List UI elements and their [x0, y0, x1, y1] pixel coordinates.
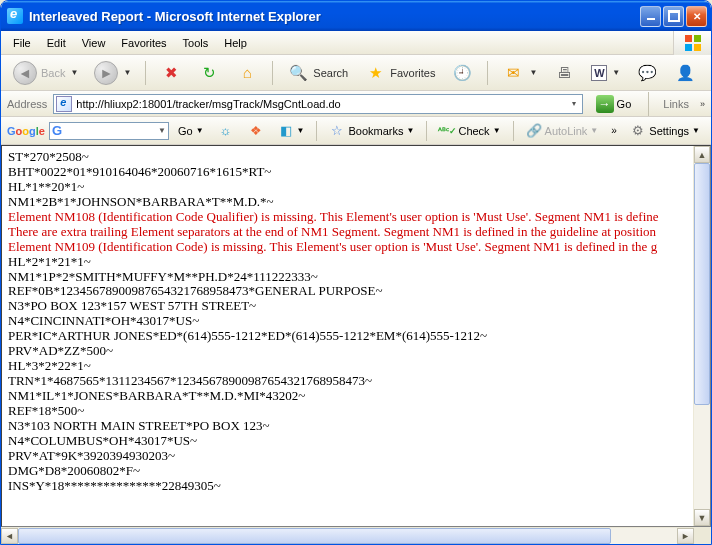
google-go-button[interactable]: Go ▼	[173, 123, 209, 139]
dropdown-icon: ▼	[297, 126, 305, 135]
google-toolbar: Google G ▼ Go ▼ ☼ ❖ ◧▼ ☆ Bookmarks ▼ ᴬᴮᶜ…	[1, 117, 711, 145]
autolink-icon: 🔗	[526, 123, 542, 139]
minimize-button[interactable]	[640, 6, 661, 27]
report-line: There are extra trailing Element separat…	[8, 225, 687, 240]
discuss-button[interactable]: 💬	[630, 58, 664, 88]
google-separator	[316, 121, 317, 141]
maximize-button[interactable]	[663, 6, 684, 27]
history-icon: 🕘	[451, 62, 473, 84]
mail-icon: ✉	[502, 62, 524, 84]
forward-arrow-icon: ►	[94, 61, 118, 85]
google-more-button[interactable]: »	[607, 125, 621, 136]
bookmark-star-icon: ☆	[329, 123, 345, 139]
svg-rect-1	[694, 35, 701, 42]
home-icon: ⌂	[236, 62, 258, 84]
google-logo[interactable]: Google	[7, 125, 45, 137]
google-check-button[interactable]: ᴬᴮᶜ✓ Check ▼	[434, 121, 505, 141]
content-area: ST*270*2508~BHT*0022*01*910164046*200607…	[1, 145, 711, 527]
report-line: HL*1**20*1~	[8, 180, 687, 195]
search-label: Search	[313, 67, 348, 79]
google-btn-2[interactable]: ❖	[243, 121, 269, 141]
google-btn-1[interactable]: ☼	[213, 121, 239, 141]
report-line: TRN*1*4687565*1311234567*123456789009876…	[8, 374, 687, 389]
scroll-track[interactable]	[694, 163, 710, 509]
google-autolink-button[interactable]: 🔗 AutoLink ▼	[521, 121, 604, 141]
back-button[interactable]: ◄ Back ▼	[7, 57, 84, 89]
scroll-corner	[694, 528, 711, 544]
menu-bar: File Edit View Favorites Tools Help	[1, 31, 711, 55]
forward-dropdown-icon: ▼	[123, 68, 131, 77]
report-line: PER*IC*ARTHUR JONES*ED*(614)555-1212*ED*…	[8, 329, 687, 344]
report-line: PRV*AT*9K*3920394930203~	[8, 449, 687, 464]
go-button[interactable]: → Go	[589, 92, 639, 116]
google-search-dropdown-icon[interactable]: ▼	[158, 126, 166, 135]
window-title: Interleaved Report - Microsoft Internet …	[29, 9, 640, 24]
scroll-left-button[interactable]: ◄	[1, 528, 18, 544]
scroll-thumb-h[interactable]	[18, 528, 611, 544]
messenger-icon: 👤	[674, 62, 696, 84]
report-line: ST*270*2508~	[8, 150, 687, 165]
scroll-track-h[interactable]	[18, 528, 677, 544]
mail-button[interactable]: ✉ ▼	[496, 58, 543, 88]
report-line: N3*103 NORTH MAIN STREET*PO BOX 123~	[8, 419, 687, 434]
google-news-icon: ❖	[248, 123, 264, 139]
google-go-label: Go	[178, 125, 193, 137]
menu-tools[interactable]: Tools	[175, 34, 217, 52]
bookmarks-label: Bookmarks	[348, 125, 403, 137]
toolbar-separator	[487, 61, 488, 85]
google-btn-3[interactable]: ◧▼	[273, 121, 310, 141]
menu-view[interactable]: View	[74, 34, 114, 52]
search-button[interactable]: 🔍 Search	[281, 58, 354, 88]
google-bookmarks-button[interactable]: ☆ Bookmarks ▼	[324, 121, 419, 141]
report-line: N4*COLUMBUS*OH*43017*US~	[8, 434, 687, 449]
report-line: DMG*D8*20060802*F~	[8, 464, 687, 479]
favorites-button[interactable]: ★ Favorites	[358, 58, 441, 88]
report-line: HL*2*1*21*1~	[8, 255, 687, 270]
refresh-icon: ↻	[198, 62, 220, 84]
scroll-right-button[interactable]: ►	[677, 528, 694, 544]
star-icon: ★	[364, 62, 386, 84]
menu-edit[interactable]: Edit	[39, 34, 74, 52]
report-line: Element NM109 (Identification Code) is m…	[8, 240, 687, 255]
report-line: BHT*0022*01*910164046*20060716*1615*RT~	[8, 165, 687, 180]
google-search-box[interactable]: G ▼	[49, 122, 169, 140]
go-arrow-icon: →	[596, 95, 614, 113]
menu-favorites[interactable]: Favorites	[113, 34, 174, 52]
toolbar-separator	[648, 92, 649, 116]
google-g-icon: G	[52, 123, 62, 138]
menu-help[interactable]: Help	[216, 34, 255, 52]
scroll-thumb[interactable]	[694, 163, 710, 405]
google-settings-button[interactable]: ⚙ Settings ▼	[625, 121, 705, 141]
window-buttons	[640, 6, 707, 27]
scroll-down-button[interactable]: ▼	[694, 509, 710, 526]
menu-file[interactable]: File	[5, 34, 39, 52]
check-dropdown-icon: ▼	[493, 126, 501, 135]
address-input-wrap: ▾	[53, 94, 582, 114]
title-bar: Interleaved Report - Microsoft Internet …	[1, 1, 711, 31]
edit-button[interactable]: W ▼	[585, 61, 626, 85]
print-button[interactable]: 🖶	[547, 58, 581, 88]
vertical-scrollbar[interactable]: ▲ ▼	[693, 146, 710, 526]
home-button[interactable]: ⌂	[230, 58, 264, 88]
report-line: INS*Y*18***************22849305~	[8, 479, 687, 494]
horizontal-scrollbar[interactable]: ◄ ►	[1, 527, 711, 544]
links-label[interactable]: Links	[659, 98, 693, 110]
stop-button[interactable]: ✖	[154, 58, 188, 88]
history-button[interactable]: 🕘	[445, 58, 479, 88]
svg-rect-2	[685, 44, 692, 51]
report-line: NM1*IL*1*JONES*BARBARA*T**M.D.*MI*43202~	[8, 389, 687, 404]
close-button[interactable]	[686, 6, 707, 27]
report-line: N3*PO BOX 123*157 WEST 57TH STREET~	[8, 299, 687, 314]
address-input[interactable]	[76, 98, 566, 110]
settings-label: Settings	[649, 125, 689, 137]
refresh-button[interactable]: ↻	[192, 58, 226, 88]
forward-button[interactable]: ► ▼	[88, 57, 137, 89]
gear-icon: ⚙	[630, 123, 646, 139]
scroll-up-button[interactable]: ▲	[694, 146, 710, 163]
google-go-dropdown-icon: ▼	[196, 126, 204, 135]
links-chevron-icon[interactable]: »	[700, 99, 705, 109]
toolbar-separator	[272, 61, 273, 85]
toolbar-separator	[145, 61, 146, 85]
address-dropdown-icon[interactable]: ▾	[568, 99, 580, 108]
messenger-button[interactable]: 👤	[668, 58, 702, 88]
